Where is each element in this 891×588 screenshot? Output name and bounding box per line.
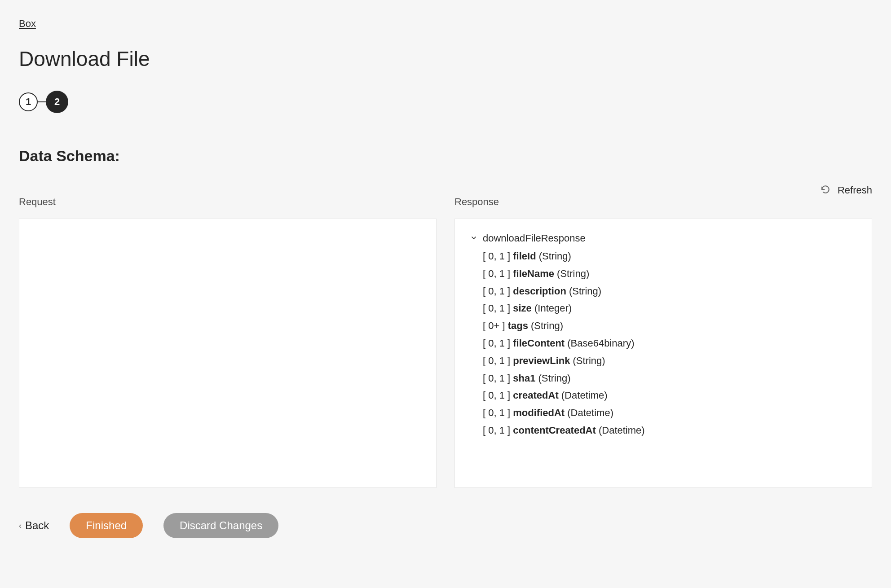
- field-name: contentCreatedAt: [513, 425, 596, 436]
- field-cardinality: [ 0, 1 ]: [483, 285, 513, 297]
- field-cardinality: [ 0, 1 ]: [483, 355, 513, 366]
- field-cardinality: [ 0, 1 ]: [483, 250, 513, 262]
- refresh-icon: [820, 184, 830, 196]
- schema-field[interactable]: [ 0, 1 ] modifiedAt (Datetime): [483, 404, 856, 422]
- field-type: (String): [528, 320, 563, 331]
- field-name: tags: [508, 320, 528, 331]
- field-name: fileId: [513, 250, 536, 262]
- request-panel[interactable]: [19, 219, 437, 488]
- field-cardinality: [ 0+ ]: [483, 320, 508, 331]
- field-type: (String): [554, 268, 589, 279]
- step-2[interactable]: 2: [46, 91, 68, 113]
- field-type: (String): [570, 355, 605, 366]
- field-type: (String): [535, 373, 570, 384]
- stepper: 1 2: [19, 91, 872, 113]
- field-cardinality: [ 0, 1 ]: [483, 373, 513, 384]
- field-cardinality: [ 0, 1 ]: [483, 407, 513, 418]
- step-1[interactable]: 1: [19, 92, 38, 111]
- schema-field[interactable]: [ 0, 1 ] createdAt (Datetime): [483, 387, 856, 404]
- field-cardinality: [ 0, 1 ]: [483, 425, 513, 436]
- field-type: (String): [536, 250, 571, 262]
- schema-field[interactable]: [ 0, 1 ] sha1 (String): [483, 370, 856, 387]
- chevron-left-icon: ‹: [19, 521, 22, 531]
- field-type: (Datetime): [559, 390, 608, 401]
- discard-changes-button[interactable]: Discard Changes: [163, 513, 278, 538]
- back-button[interactable]: ‹ Back: [19, 519, 49, 532]
- field-type: (Datetime): [565, 407, 613, 418]
- field-type: (String): [566, 285, 601, 297]
- tree-node-toggle[interactable]: downloadFileResponse: [470, 233, 856, 244]
- field-type: (Integer): [532, 303, 572, 314]
- field-cardinality: [ 0, 1 ]: [483, 338, 513, 349]
- schema-field[interactable]: [ 0, 1 ] fileId (String): [483, 248, 856, 265]
- field-cardinality: [ 0, 1 ]: [483, 268, 513, 279]
- refresh-label: Refresh: [838, 184, 872, 196]
- field-name: description: [513, 285, 566, 297]
- chevron-down-icon: [470, 233, 477, 244]
- section-title-data-schema: Data Schema:: [19, 147, 872, 165]
- tree-root-label: downloadFileResponse: [483, 233, 586, 244]
- finished-button[interactable]: Finished: [70, 513, 143, 538]
- field-cardinality: [ 0, 1 ]: [483, 303, 513, 314]
- schema-field[interactable]: [ 0+ ] tags (String): [483, 317, 856, 335]
- response-panel[interactable]: downloadFileResponse [ 0, 1 ] fileId (St…: [454, 219, 872, 488]
- request-label: Request: [19, 196, 437, 208]
- schema-field[interactable]: [ 0, 1 ] fileContent (Base64binary): [483, 335, 856, 352]
- field-type: (Datetime): [596, 425, 645, 436]
- page-title: Download File: [19, 47, 872, 71]
- request-column: Request: [19, 196, 437, 488]
- field-type: (Base64binary): [565, 338, 634, 349]
- field-name: fileContent: [513, 338, 565, 349]
- response-label: Response: [454, 196, 872, 208]
- schema-field[interactable]: [ 0, 1 ] fileName (String): [483, 265, 856, 283]
- tree-children: [ 0, 1 ] fileId (String)[ 0, 1 ] fileNam…: [483, 248, 856, 439]
- breadcrumb-box[interactable]: Box: [19, 18, 36, 29]
- field-cardinality: [ 0, 1 ]: [483, 390, 513, 401]
- field-name: sha1: [513, 373, 535, 384]
- field-name: createdAt: [513, 390, 558, 401]
- field-name: fileName: [513, 268, 554, 279]
- schema-field[interactable]: [ 0, 1 ] description (String): [483, 283, 856, 300]
- refresh-button[interactable]: Refresh: [19, 184, 872, 196]
- schema-field[interactable]: [ 0, 1 ] previewLink (String): [483, 352, 856, 370]
- field-name: size: [513, 303, 532, 314]
- schema-field[interactable]: [ 0, 1 ] contentCreatedAt (Datetime): [483, 422, 856, 439]
- step-connector: [38, 101, 46, 102]
- field-name: modifiedAt: [513, 407, 565, 418]
- back-label: Back: [25, 519, 49, 532]
- field-name: previewLink: [513, 355, 570, 366]
- response-column: Response downloadFileResponse [ 0, 1 ] f…: [454, 196, 872, 488]
- schema-field[interactable]: [ 0, 1 ] size (Integer): [483, 300, 856, 317]
